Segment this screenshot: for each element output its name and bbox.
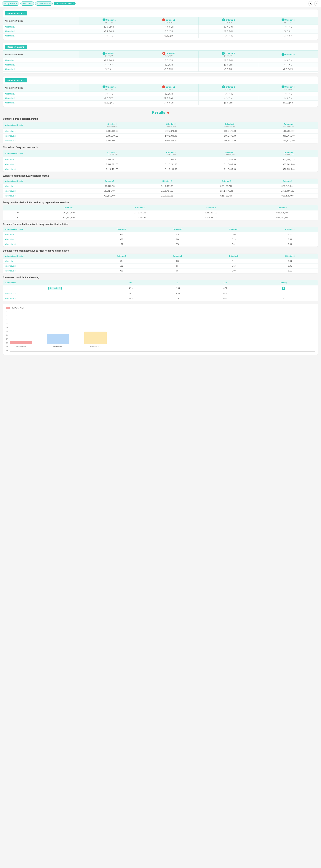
chart-area: 1.00.90.80.70.60.50.40.30.20.10 Alternat… — [6, 311, 315, 352]
c2-cell: 0.34 — [150, 264, 205, 269]
dm1-c2-header: − Criterion 2 (5, 7, 9) VL — [139, 17, 198, 25]
dm2-c4-header: + Criterion 4 — [258, 51, 318, 58]
c1-cell: (3, 5, 7) VL — [79, 101, 139, 105]
closeness-section-title: Closeness coefficient and ranking — [3, 276, 318, 279]
dm3-c3-plus[interactable]: + — [222, 85, 225, 88]
table-row: Alternative 2 (5, 7, 9) VH (5, 7, 9) H (… — [3, 29, 318, 34]
c2-cell: (7, 9, 9) VH — [139, 101, 198, 105]
x-axis-line — [10, 351, 315, 352]
dm2-c2-header: − Criterion 2 (5, 7, 9) M — [139, 51, 198, 58]
dm2-c2-minus[interactable]: − — [162, 52, 165, 55]
y-axis-label: 1.0 — [6, 350, 8, 352]
dist-pos-th-c4: Criterion 4 — [262, 227, 318, 232]
alt-name-cell[interactable]: Alternative 3 — [3, 193, 81, 198]
norm-th-c1: Criterion 11.00,5.00,7.00 — [83, 150, 141, 157]
dm2-c4-plus[interactable]: + — [282, 53, 285, 56]
alternatives-btn[interactable]: All Alternatives — [35, 1, 53, 6]
criteria-btn[interactable]: 04 Criteria — [21, 1, 34, 6]
dm2-c1-header: + Criterion 1 (5, 7, 9) M — [79, 51, 139, 58]
table-row: Alternative 1 (5, 7, 9) VH (7, 9, 9) VH … — [3, 25, 318, 29]
table-row: A- 0.33,2.41,7.00 0.11,0.46,1.40 0.11,5.… — [3, 215, 318, 220]
dm3-c2-minus[interactable]: − — [162, 85, 165, 88]
c3-cell: (5, 7, 9) M — [198, 25, 258, 29]
dist-neg-table: Alternatives/Criteria Criterion 1 Criter… — [3, 254, 318, 273]
y-axis: 1.00.90.80.70.60.50.40.30.20.10 — [6, 311, 8, 352]
alt-name-cell[interactable]: Alternative 3 — [3, 101, 79, 105]
c1-cell: 0.11,0.48,1.00 — [83, 167, 141, 172]
dm3-c4-plus[interactable]: + — [282, 85, 285, 88]
c4-cell: (3, 5, 7) M — [258, 25, 318, 29]
c3-cell: (5, 7, 9) H — [198, 101, 258, 105]
c1-cell: 0.00 — [93, 269, 150, 273]
alt-cell[interactable]: Alternative 3 — [3, 296, 107, 301]
c1-cell: (1, 3, 5) VL — [79, 96, 139, 101]
alt-name-cell[interactable]: Alternative 1 — [3, 184, 81, 189]
alt-name-cell[interactable]: Alternative 1 — [3, 129, 83, 133]
alt-name-cell[interactable]: Alternative 2 — [3, 264, 93, 269]
alt-name-cell[interactable]: Alternative 2 — [3, 96, 79, 101]
alt-name-cell[interactable]: Alternative 2 — [3, 29, 79, 34]
bars-area: Alternative 1Alternative 2Alternative 3 — [10, 314, 315, 351]
dm2-c3-plus[interactable]: + — [222, 52, 225, 55]
dist-neg-th-c2: Criterion 2 — [150, 254, 205, 259]
alt-name-cell[interactable]: Alternative 3 — [3, 34, 79, 38]
chart-bar — [84, 332, 107, 344]
y-axis-label: 0 — [6, 311, 8, 313]
alt-cell[interactable]: Alternative 2 — [3, 291, 107, 296]
dm3-c1-plus[interactable]: + — [102, 85, 105, 88]
c3-cell: 0.29 — [205, 237, 262, 242]
c4-cell: 0.33,2.47,5.44 — [257, 184, 318, 189]
c4-cell: 5.11 — [262, 232, 318, 237]
dist-neg-section-title: Distance from each alternative to fuzzy … — [3, 249, 318, 252]
combined-th-c2: Criterion 23.00,5.47,7.00 — [141, 122, 200, 129]
dm3-c3-header: + Criterion 3 (5, 7, 9) L — [198, 84, 258, 92]
c2-cell: 3.00,7.67,9.00 — [141, 129, 200, 133]
alt-name-cell[interactable]: Alternative 3 — [3, 167, 83, 172]
alt-name-cell[interactable]: Alternative 2 — [3, 63, 79, 67]
fpis-th-c2: Criterion 2 — [104, 205, 175, 211]
row-label-cell: A+ — [3, 211, 33, 215]
alt-name-cell[interactable]: Alternative 3 — [3, 67, 79, 72]
c3-cell: 0.41 — [205, 259, 262, 264]
alt-name-cell[interactable]: Alternative 1 — [3, 232, 93, 237]
legend-label: FTOPSIS - CCi — [11, 307, 24, 309]
decision-makers-btn[interactable]: 03 Decision makers — [54, 2, 75, 5]
c4-cell: (7, 9, 9) VH — [258, 101, 318, 105]
table-row: Alternative 1 0.94 0.00 0.41 0.00 — [3, 259, 318, 264]
alt-name-cell[interactable]: Alternative 2 — [3, 162, 83, 167]
alt-name-cell[interactable]: Alternative 1 — [3, 25, 79, 29]
c4-cell: 0.35,1.897,7.00 — [257, 189, 318, 193]
user-icon-btn[interactable]: A — [308, 1, 313, 6]
alt-name-cell[interactable]: Alternative 1 — [3, 259, 93, 264]
alt-name-cell[interactable]: Alternative 3 — [3, 269, 93, 273]
table-row: Alternative 1 3.00,7.00,9.00 3.00,7.67,9… — [3, 129, 318, 133]
c3-cell: 0.11,0.48,1.00 — [200, 162, 259, 167]
alt-name-cell[interactable]: Alternative 3 — [3, 242, 93, 247]
rank-cell: 1 — [249, 285, 318, 291]
weighted-th-c1: Criterion 1 — [81, 179, 138, 184]
dm2-c1-plus[interactable]: + — [102, 52, 105, 55]
dm1-c3-plus[interactable]: + — [222, 19, 225, 22]
dm2-alt-col-header: Alternatives/Criteria — [3, 51, 79, 58]
dm1-c2-minus[interactable]: − — [162, 19, 165, 22]
table-row: Alternative 3 0.11,0.48,1.00 0.11,0.16,0… — [3, 167, 318, 172]
chart-section: FTOPSIS - CCi 1.00.90.80.70.60.50.40.30.… — [3, 304, 318, 354]
fuzzy-topsis-btn[interactable]: Fuzzy TOPSIS — [2, 1, 19, 6]
alt-name-cell[interactable]: Alternative 3 — [3, 138, 83, 143]
menu-icon-btn[interactable]: ≡ — [314, 1, 319, 6]
c4-cell: (5, 7, 9) H — [258, 34, 318, 38]
dm1-c4-plus[interactable]: + — [282, 19, 285, 22]
weighted-th-c3: Criterion 3 — [196, 179, 257, 184]
dm1-c1-plus[interactable]: + — [102, 19, 105, 22]
alt-name-cell[interactable]: Alternative 1 — [3, 157, 83, 162]
alt-name-cell[interactable]: Alternative 2 — [3, 189, 81, 193]
alt-name-cell[interactable]: Alternative 2 — [3, 237, 93, 242]
alt-name-cell[interactable]: Alternative 1 — [3, 92, 79, 96]
combined-th-c4: Criterion 41.00,5.00,7.00 — [259, 122, 318, 129]
y-axis-label: 0.9 — [6, 346, 8, 348]
alt-cell[interactable]: Alternative 1 — [3, 285, 107, 291]
combined-table: Alternatives/Criteria Criterion 13.00,5.… — [3, 122, 318, 143]
alt-name-cell[interactable]: Alternative 1 — [3, 58, 79, 63]
alt-name-cell[interactable]: Alternative 2 — [3, 133, 83, 138]
decision-maker-1-section: Decision maker 1 Alternatives/Criteria +… — [3, 9, 318, 40]
